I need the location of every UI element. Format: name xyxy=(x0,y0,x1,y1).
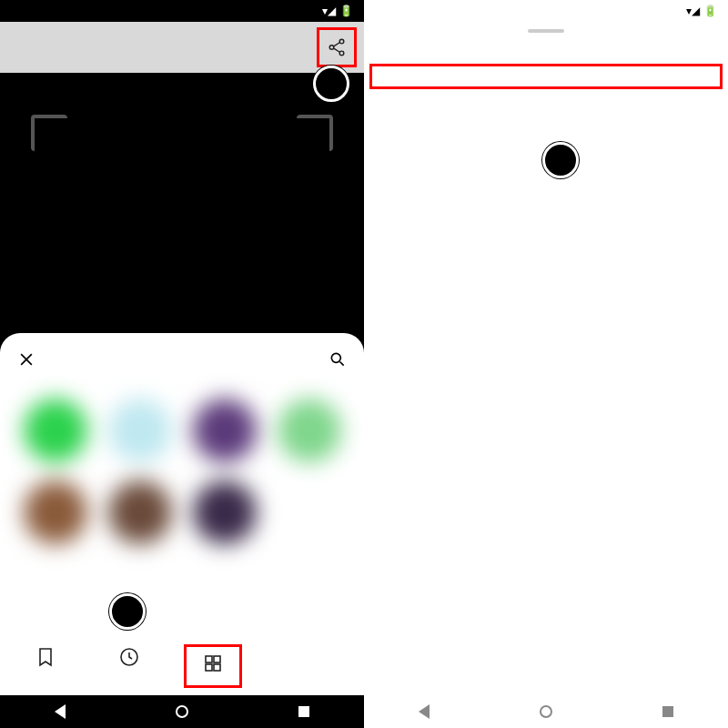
status-right: ▾◢🔋 xyxy=(322,5,357,17)
share-title xyxy=(364,38,728,55)
sheet-footer-actions xyxy=(0,644,364,688)
svg-rect-12 xyxy=(206,664,212,671)
bookmark-icon xyxy=(35,646,56,668)
search-button[interactable] xyxy=(326,348,349,371)
clock-icon xyxy=(118,646,140,668)
android-navbar xyxy=(0,695,364,728)
blurred-contacts xyxy=(9,380,355,562)
nav-back-icon[interactable] xyxy=(419,704,430,719)
svg-rect-11 xyxy=(214,656,220,662)
android-navbar xyxy=(364,695,728,728)
svg-rect-13 xyxy=(214,664,220,671)
android-share-sheet xyxy=(364,29,728,728)
share-icon xyxy=(327,37,347,57)
status-bar: ▾◢🔋 xyxy=(0,0,364,22)
status-bar: ▾◢🔋 xyxy=(364,0,728,22)
nav-home-icon[interactable] xyxy=(540,705,552,718)
close-button[interactable] xyxy=(15,348,38,371)
search-icon xyxy=(329,350,347,369)
annotation-3 xyxy=(542,142,579,178)
share-button[interactable] xyxy=(317,27,357,67)
nav-recent-icon[interactable] xyxy=(662,706,673,717)
right-screenshot: ▾◢🔋 xyxy=(364,0,728,728)
drag-handle[interactable] xyxy=(528,29,564,33)
svg-point-7 xyxy=(331,353,340,362)
share-top-row xyxy=(364,55,728,62)
nav-recent-icon[interactable] xyxy=(298,706,309,717)
footer-keep[interactable] xyxy=(16,644,75,688)
svg-line-8 xyxy=(340,362,344,366)
annotation-2 xyxy=(109,593,146,630)
app-list-section xyxy=(369,64,723,89)
annotation-1 xyxy=(313,66,349,102)
left-screenshot: ▾◢🔋 xyxy=(0,0,364,728)
svg-line-4 xyxy=(333,48,339,53)
close-icon xyxy=(17,350,35,369)
nav-back-icon[interactable] xyxy=(55,704,66,719)
grid-icon xyxy=(202,652,224,674)
footer-timeline[interactable] xyxy=(100,644,158,688)
select-destination-sheet xyxy=(0,333,364,695)
app-list-label xyxy=(372,70,720,85)
svg-line-3 xyxy=(333,43,339,47)
nav-home-icon[interactable] xyxy=(176,705,188,718)
status-right: ▾◢🔋 xyxy=(686,5,721,17)
decoded-result-card xyxy=(0,22,364,73)
footer-other-apps[interactable] xyxy=(184,644,242,688)
svg-rect-10 xyxy=(206,656,212,662)
